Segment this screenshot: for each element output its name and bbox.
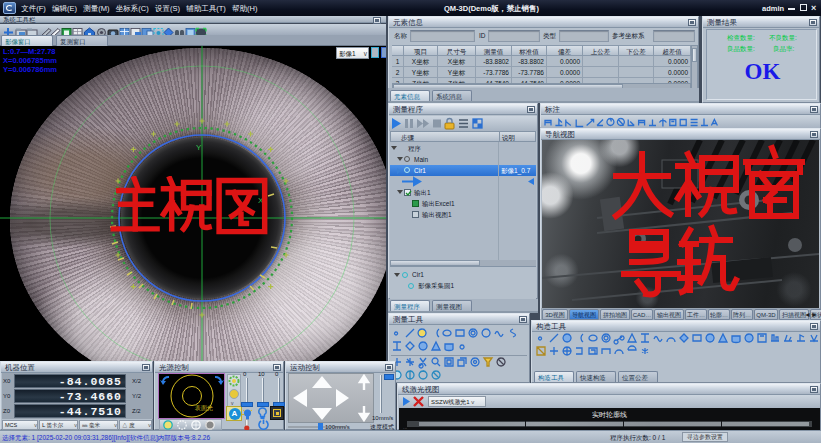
svg-text:Y: Y: [196, 143, 202, 152]
svg-text:表面光: 表面光: [194, 404, 213, 412]
